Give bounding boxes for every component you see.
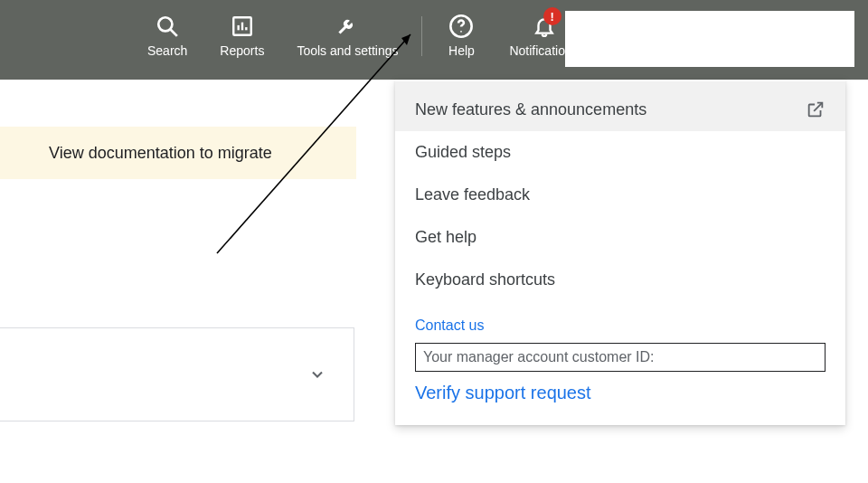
chevron-down-icon <box>308 365 326 384</box>
nav-tools-label: Tools and settings <box>297 43 398 59</box>
nav-tools[interactable]: Tools and settings <box>280 11 414 59</box>
help-dropdown-menu: New features & announcements Guided step… <box>395 80 845 425</box>
svg-line-1 <box>170 29 177 36</box>
nav-reports[interactable]: Reports <box>203 11 280 59</box>
nav-help-label: Help <box>448 43 475 59</box>
menu-announcements-label: New features & announcements <box>415 100 646 119</box>
external-link-icon <box>806 99 826 119</box>
customer-id-label: Your manager account customer ID: <box>423 349 655 365</box>
menu-leave-feedback[interactable]: Leave feedback <box>395 174 845 216</box>
nav-divider <box>421 16 422 56</box>
customer-id-box: Your manager account customer ID: <box>415 343 826 372</box>
verify-support-link[interactable]: Verify support request <box>415 383 826 403</box>
svg-point-7 <box>461 31 463 33</box>
help-icon <box>448 11 474 42</box>
top-nav-bar: Search Reports Tools and settings <box>0 0 868 80</box>
menu-announcements[interactable]: New features & announcements <box>395 81 845 131</box>
search-icon <box>156 11 179 42</box>
wrench-icon <box>335 11 359 42</box>
collapsible-card[interactable] <box>0 327 354 421</box>
menu-keyboard-shortcuts[interactable]: Keyboard shortcuts <box>395 259 845 301</box>
migration-banner[interactable]: View documentation to migrate <box>0 127 356 179</box>
svg-point-0 <box>158 17 172 31</box>
banner-text: View documentation to migrate <box>49 144 272 163</box>
menu-get-help[interactable]: Get help <box>395 216 845 259</box>
menu-shortcuts-label: Keyboard shortcuts <box>415 270 555 289</box>
contact-heading: Contact us <box>415 317 826 334</box>
notification-badge: ! <box>543 7 561 25</box>
svg-line-10 <box>814 103 822 111</box>
bell-icon: ! <box>533 11 556 42</box>
nav-reports-label: Reports <box>220 43 264 59</box>
contact-section: Contact us Your manager account customer… <box>395 301 845 403</box>
nav-search[interactable]: Search <box>131 11 203 59</box>
menu-feedback-label: Leave feedback <box>415 185 530 204</box>
nav-search-label: Search <box>147 43 187 59</box>
menu-guided-steps[interactable]: Guided steps <box>395 131 845 174</box>
account-box[interactable] <box>565 11 854 67</box>
bar-chart-icon <box>231 11 254 42</box>
menu-guided-label: Guided steps <box>415 143 511 162</box>
nav-help[interactable]: Help <box>429 11 493 59</box>
menu-gethelp-label: Get help <box>415 228 476 247</box>
